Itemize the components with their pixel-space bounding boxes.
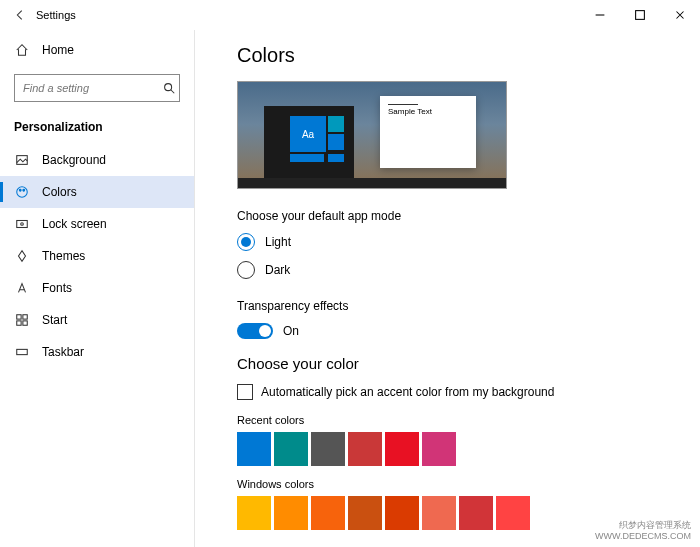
image-icon xyxy=(14,152,30,168)
color-swatch[interactable] xyxy=(348,496,382,530)
back-icon[interactable] xyxy=(12,7,28,23)
svg-point-3 xyxy=(17,187,28,198)
search-input[interactable] xyxy=(23,82,162,94)
maximize-button[interactable] xyxy=(620,0,660,30)
color-swatch[interactable] xyxy=(274,496,308,530)
minimize-button[interactable] xyxy=(580,0,620,30)
auto-pick-label: Automatically pick an accent color from … xyxy=(261,385,554,399)
svg-rect-8 xyxy=(17,315,21,319)
svg-point-5 xyxy=(23,189,25,191)
close-button[interactable] xyxy=(660,0,700,30)
transparency-toggle[interactable] xyxy=(237,323,273,339)
recent-colors-row xyxy=(237,432,670,466)
svg-point-4 xyxy=(19,189,21,191)
color-swatch[interactable] xyxy=(348,432,382,466)
category-label: Personalization xyxy=(0,114,194,144)
mode-label: Choose your default app mode xyxy=(237,209,670,223)
svg-point-7 xyxy=(21,223,24,226)
nav-label: Taskbar xyxy=(42,345,84,359)
nav-home-label: Home xyxy=(42,43,74,57)
color-swatch[interactable] xyxy=(274,432,308,466)
nav-themes[interactable]: Themes xyxy=(0,240,194,272)
radio-icon xyxy=(237,261,255,279)
checkbox-icon xyxy=(237,384,253,400)
radio-label: Dark xyxy=(265,263,290,277)
preview-start-menu: Aa xyxy=(264,106,354,178)
color-swatch[interactable] xyxy=(496,496,530,530)
preview-tile xyxy=(328,134,344,150)
auto-pick-row[interactable]: Automatically pick an accent color from … xyxy=(237,384,670,400)
color-swatch[interactable] xyxy=(311,432,345,466)
preview-tile-large: Aa xyxy=(290,116,326,152)
nav-taskbar[interactable]: Taskbar xyxy=(0,336,194,368)
nav-home[interactable]: Home xyxy=(0,34,194,66)
color-swatch[interactable] xyxy=(385,496,419,530)
titlebar: Settings xyxy=(0,0,700,30)
nav-lockscreen[interactable]: Lock screen xyxy=(0,208,194,240)
preview-tile xyxy=(328,116,344,132)
svg-rect-6 xyxy=(17,221,28,228)
transparency-toggle-row: On xyxy=(237,323,670,339)
preview-tile xyxy=(328,154,344,162)
toggle-state: On xyxy=(283,324,299,338)
nav-label: Colors xyxy=(42,185,77,199)
color-swatch[interactable] xyxy=(237,432,271,466)
nav-label: Start xyxy=(42,313,67,327)
search-box[interactable] xyxy=(14,74,180,102)
taskbar-icon xyxy=(14,344,30,360)
main-content: Colors Aa Sample Text Choose your defaul… xyxy=(195,30,700,547)
search-icon xyxy=(162,80,176,96)
nav-fonts[interactable]: Fonts xyxy=(0,272,194,304)
watermark-line: WWW.DEDECMS.COM xyxy=(595,531,691,542)
preview-window: Sample Text xyxy=(380,96,476,168)
page-title: Colors xyxy=(237,44,670,67)
svg-rect-9 xyxy=(23,315,27,319)
font-icon xyxy=(14,280,30,296)
choose-color-title: Choose your color xyxy=(237,355,670,372)
recent-colors-label: Recent colors xyxy=(237,414,670,426)
palette-icon xyxy=(14,184,30,200)
color-swatch[interactable] xyxy=(422,496,456,530)
home-icon xyxy=(14,42,30,58)
color-swatch[interactable] xyxy=(237,496,271,530)
nav-label: Lock screen xyxy=(42,217,107,231)
color-swatch[interactable] xyxy=(459,496,493,530)
nav-colors[interactable]: Colors xyxy=(0,176,194,208)
radio-icon xyxy=(237,233,255,251)
lock-icon xyxy=(14,216,30,232)
color-swatch[interactable] xyxy=(385,432,419,466)
watermark-line: 织梦内容管理系统 xyxy=(595,520,691,531)
svg-point-1 xyxy=(165,84,172,91)
svg-rect-11 xyxy=(23,321,27,325)
nav-label: Fonts xyxy=(42,281,72,295)
color-swatch[interactable] xyxy=(311,496,345,530)
color-swatch[interactable] xyxy=(422,432,456,466)
watermark: 织梦内容管理系统 WWW.DEDECMS.COM xyxy=(592,519,694,543)
radio-dark[interactable]: Dark xyxy=(237,261,670,279)
windows-colors-label: Windows colors xyxy=(237,478,670,490)
transparency-label: Transparency effects xyxy=(237,299,670,313)
nav-start[interactable]: Start xyxy=(0,304,194,336)
svg-rect-0 xyxy=(636,11,645,20)
nav-background[interactable]: Background xyxy=(0,144,194,176)
start-icon xyxy=(14,312,30,328)
svg-rect-12 xyxy=(17,349,28,354)
sidebar: Home Personalization Background Colors L… xyxy=(0,30,195,547)
preview-tile xyxy=(290,154,324,162)
nav-label: Background xyxy=(42,153,106,167)
title-controls xyxy=(580,0,700,30)
color-preview: Aa Sample Text xyxy=(237,81,507,189)
preview-sample-text: Sample Text xyxy=(388,107,432,116)
radio-light[interactable]: Light xyxy=(237,233,670,251)
svg-rect-10 xyxy=(17,321,21,325)
nav-label: Themes xyxy=(42,249,85,263)
theme-icon xyxy=(14,248,30,264)
radio-label: Light xyxy=(265,235,291,249)
preview-taskbar xyxy=(238,178,506,188)
window-title: Settings xyxy=(36,9,76,21)
